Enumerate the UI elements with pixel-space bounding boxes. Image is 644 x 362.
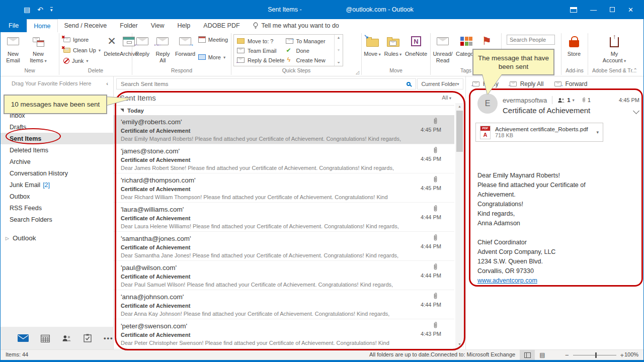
attachment-chip[interactable]: Achievement certificate_Roberts.pdf 718 … [475, 123, 603, 142]
collapse-ribbon-icon[interactable]: ⌃ [633, 67, 637, 73]
move-button[interactable]: ↘ Move [362, 32, 383, 58]
lightbulb-icon [253, 22, 259, 30]
message-row[interactable]: 'emily@roberts.com' Certificate of Achie… [114, 115, 454, 144]
ribbon-tab[interactable]: Help [171, 19, 197, 32]
scroll-down-icon[interactable]: ▼ [455, 342, 464, 346]
message-row[interactable]: 'laura@williams.com' Certificate of Achi… [114, 203, 454, 232]
unread-read-button[interactable]: Unread/Read [431, 32, 455, 64]
zoom-slider[interactable] [573, 355, 616, 355]
people-nav-icon[interactable] [62, 335, 71, 342]
customize-toolbar-icon[interactable]: ▾ [50, 7, 53, 13]
quick-step-item[interactable]: Create New [286, 55, 335, 65]
quick-steps-scrollbar[interactable]: ▲▼⏷ [334, 35, 343, 66]
collapse-folder-pane-icon[interactable]: ‹ [106, 80, 108, 86]
tab-file[interactable]: File [1, 19, 27, 32]
quick-step-item[interactable]: Team Email [237, 46, 286, 55]
calendar-nav-icon[interactable] [41, 334, 50, 342]
minimize-icon[interactable]: — [590, 6, 597, 14]
folder-item[interactable]: Archive [1, 156, 113, 167]
reply-all-button[interactable]: ←← Reply All [152, 32, 174, 64]
collapse-header-icon[interactable] [633, 108, 639, 114]
quick-step-item[interactable]: To Manager [286, 36, 335, 46]
more-respond-button[interactable]: More [198, 53, 228, 61]
sender-name[interactable]: evermapsoftwa [503, 97, 547, 104]
ribbon-tab[interactable]: ADOBE PDF [197, 19, 246, 32]
message-row[interactable]: 'james@stone.com' Certificate of Achieve… [114, 144, 454, 173]
recipients-dropdown[interactable]: 1 [557, 97, 575, 103]
ignore-button[interactable]: ✖Ignore [63, 35, 101, 44]
message-row[interactable]: 'samantha@jones.com' Certificate of Achi… [114, 232, 454, 261]
new-email-button[interactable]: New Email [1, 32, 26, 64]
quick-access-toolbar: ▤ ↶ ▾ [1, 6, 111, 14]
new-items-button[interactable]: New Items [26, 32, 51, 64]
store-button[interactable]: Store [561, 32, 587, 57]
attachments-count[interactable]: 1 [582, 97, 591, 103]
scroll-up-icon[interactable]: ▲ [455, 105, 464, 108]
follow-up-button[interactable]: ⚑ [478, 32, 495, 49]
rules-button[interactable]: Rules [383, 32, 403, 58]
ribbon-group-quick-steps: Move to: ? To Manager Team Email [231, 32, 361, 76]
my-account-button[interactable]: MyAccount [599, 32, 630, 64]
attachment-dropdown-icon[interactable]: ▾ [596, 130, 599, 135]
forward-button[interactable]: → Forward [173, 32, 197, 57]
zoom-slider-thumb[interactable] [595, 352, 597, 358]
delete-button[interactable]: ✕ Delete [104, 32, 120, 57]
folder-item[interactable]: Junk Email [2] [1, 179, 113, 191]
filter-dropdown[interactable]: All [442, 95, 451, 101]
body-line: Chief Coordinator [477, 238, 637, 247]
attachment-icon [433, 234, 438, 241]
zoom-level[interactable]: 100% [624, 351, 638, 357]
ribbon-tab[interactable]: Folder [113, 19, 144, 32]
message-row[interactable]: 'paul@wilson.com' Certificate of Achieve… [114, 261, 454, 290]
reply-all-inline-button[interactable]: ←Reply All [510, 80, 544, 87]
message-row[interactable]: 'richard@thompson.com' Certificate of Ac… [114, 173, 454, 203]
date-group-header[interactable]: Today [114, 105, 454, 115]
folder-item[interactable]: Drafts [1, 121, 113, 133]
forward-inline-button[interactable]: →Forward [554, 80, 587, 87]
message-list-scrollbar[interactable]: ▲ ▼ [455, 103, 464, 347]
ribbon-tab[interactable]: Home [27, 19, 57, 32]
close-icon[interactable]: ✕ [628, 6, 633, 14]
reply-button[interactable]: ← Reply [132, 32, 152, 57]
junk-button[interactable]: Junk [63, 56, 101, 65]
outlook-account-group[interactable]: ▷ Outlook [6, 234, 36, 242]
quick-step-item[interactable]: Reply & Delete [237, 55, 286, 65]
quick-step-item[interactable]: Done [286, 46, 335, 55]
zoom-in-icon[interactable]: + [620, 351, 624, 359]
quick-steps-gallery: Move to: ? To Manager Team Email [233, 34, 343, 66]
folder-item[interactable]: Conversation History [1, 167, 113, 179]
meeting-button[interactable]: Meeting [198, 35, 228, 44]
ribbon-tab[interactable]: Send / Receive [58, 19, 114, 32]
folder-item[interactable]: Search Folders [1, 214, 113, 225]
tasks-nav-icon[interactable] [84, 334, 92, 342]
search-box[interactable] [116, 78, 416, 89]
tell-me-box[interactable]: Tell me what you want to do [253, 19, 339, 32]
body-link[interactable]: www.adventcorp.com [477, 276, 537, 286]
folder-item[interactable]: Deleted Items [1, 144, 113, 156]
search-scope-dropdown[interactable]: Current Folder [417, 78, 463, 89]
reading-view-button[interactable]: ▤ [535, 350, 550, 360]
normal-view-button[interactable] [520, 350, 535, 360]
more-apps-icon[interactable]: ••• [104, 334, 114, 342]
message-row[interactable]: 'peter@swenson.com' Certificate of Achie… [114, 319, 454, 348]
message-row[interactable]: 'anna@johnson.com' Certificate of Achiev… [114, 290, 454, 319]
folder-item[interactable]: RSS Feeds [1, 202, 113, 214]
quick-step-item[interactable]: Move to: ? [237, 36, 286, 46]
search-people-input[interactable] [507, 35, 555, 45]
scrollbar-thumb[interactable] [456, 111, 463, 152]
window-border [1, 360, 643, 362]
send-receive-status-icon[interactable]: ▤ [24, 6, 30, 14]
folder-item[interactable]: Sent Items [1, 133, 113, 144]
quick-steps-dialog-launcher-icon[interactable]: ◿ [356, 70, 359, 75]
maximize-icon[interactable] [610, 7, 615, 12]
search-input[interactable] [121, 81, 404, 87]
onenote-button[interactable]: N OneNote [403, 32, 429, 57]
ribbon-display-options-icon[interactable] [570, 7, 577, 13]
ribbon-tab[interactable]: View [144, 19, 171, 32]
folder-item[interactable]: Outbox [1, 191, 113, 202]
clean-up-button[interactable]: ✖Clean Up [63, 46, 101, 54]
undo-icon[interactable]: ↶ [37, 6, 43, 14]
zoom-out-icon[interactable]: − [565, 351, 569, 359]
mail-nav-icon[interactable] [18, 334, 29, 342]
search-icon[interactable] [407, 82, 411, 86]
